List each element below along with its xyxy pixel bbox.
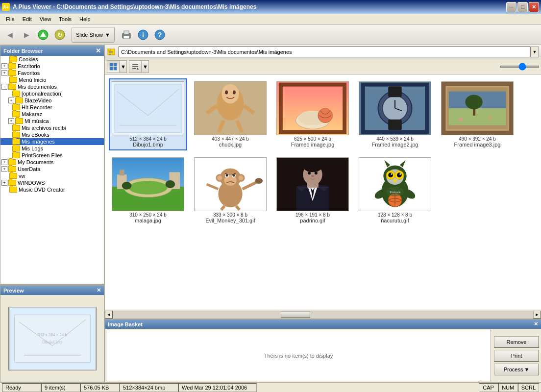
minimize-button[interactable]: ─	[506, 2, 516, 12]
svg-point-39	[221, 84, 239, 103]
help-button[interactable]: ?	[152, 27, 168, 43]
basket-close[interactable]: ✕	[534, 321, 538, 327]
svg-point-100	[303, 161, 322, 172]
info-button[interactable]: i	[135, 27, 151, 43]
preview-panel: Preview ✕ 512 x 384 × 24 b Dibujo1.bmp	[0, 284, 104, 382]
tree-item-mis-ebooks[interactable]: Mis eBooks	[0, 131, 104, 138]
maximize-button[interactable]: □	[517, 2, 528, 12]
hscroll-left-button[interactable]: ◄	[105, 311, 113, 318]
expander-icon[interactable]: +	[1, 166, 7, 172]
slideshow-button[interactable]: Slide Show ▼	[72, 27, 115, 43]
tree-item-optionalreaction[interactable]: [optionalreaction]	[0, 90, 104, 97]
tree-item-blazevideo[interactable]: + BlazeVideo	[0, 97, 104, 104]
folder-icon	[12, 146, 20, 151]
hscroll-right-button[interactable]: ►	[533, 311, 541, 318]
image-name: padrino.gif	[300, 218, 325, 223]
tree-item-mis-imagenes[interactable]: Mis imágenes	[0, 138, 104, 145]
address-input[interactable]	[119, 47, 530, 57]
folder-icon	[12, 111, 20, 117]
image-cell-framed-image2[interactable]: 440 × 539 × 24 b Framed image2.jpg	[356, 78, 434, 150]
tree-item-hit-recorder[interactable]: Hit-Recorder	[0, 104, 104, 111]
image-thumbnail	[359, 81, 431, 135]
preview-close[interactable]: ✕	[97, 287, 101, 294]
svg-point-76	[122, 182, 132, 190]
svg-text:?: ?	[158, 31, 162, 39]
thumbnail-view-button[interactable]	[107, 61, 120, 73]
expander-icon[interactable]: +	[8, 98, 14, 103]
sort-button[interactable]	[129, 61, 142, 73]
tree-item-mis-archivos-recibidos[interactable]: Mis archivos recibi	[0, 124, 104, 131]
image-thumbnail	[276, 81, 349, 135]
svg-rect-26	[110, 67, 113, 70]
tree-item-menu-inicio[interactable]: Menú Inicio	[0, 76, 104, 83]
image-cell-fiacurutu[interactable]: Unicaja 128 × 128 × 8 b ñacurutu.gif	[356, 154, 434, 226]
print-button[interactable]: Print	[494, 350, 539, 362]
svg-point-101	[308, 172, 311, 174]
preview-header: Preview ✕	[0, 286, 104, 295]
image-cell-dibujo1[interactable]: 512 × 384 × 24 b Dibujo1.bmp	[109, 78, 187, 150]
hscroll-thumb[interactable]	[281, 311, 310, 318]
tree-item-userdata[interactable]: + UserData	[0, 166, 104, 172]
forward-button[interactable]: ▶	[19, 27, 34, 43]
expander-icon[interactable]: +	[1, 180, 7, 186]
expander-icon[interactable]: +	[8, 118, 14, 124]
menu-help[interactable]: Help	[75, 15, 95, 23]
folder-browser-close[interactable]: ✕	[96, 47, 101, 54]
tree-item-mis-documentos[interactable]: - Mis documentos	[0, 83, 104, 90]
expander-icon[interactable]: +	[1, 63, 7, 69]
refresh-button[interactable]: ↻	[52, 27, 68, 43]
tree-item-favoritos[interactable]: + Favoritos	[0, 70, 104, 76]
svg-rect-24	[110, 63, 113, 66]
image-info: 625 × 500 × 24 b	[294, 136, 331, 142]
window-title: A Plus Viewer - C:\Documents and Setting…	[13, 3, 506, 10]
back-button[interactable]: ◀	[2, 27, 18, 43]
tree-item-makaraz[interactable]: Makaraz	[0, 111, 104, 118]
tree-item-printscreen-files[interactable]: PrintScreen Files	[0, 152, 104, 159]
image-cell-padrino[interactable]: 196 × 191 × 8 b padrino.gif	[273, 154, 352, 226]
tree-item-music-dvd-creator[interactable]: Music DVD Creator	[0, 186, 104, 193]
address-dropdown[interactable]: ▼	[530, 47, 539, 57]
svg-point-68	[489, 117, 492, 120]
image-thumbnail	[194, 81, 267, 135]
menu-file[interactable]: File	[2, 15, 19, 23]
image-cell-framed-image3[interactable]: 490 × 392 × 24 b Framed image3.jpg	[438, 78, 516, 150]
image-thumbnail	[194, 157, 267, 211]
image-grid[interactable]: 512 × 384 × 24 b Dibujo1.bmp	[105, 74, 541, 310]
image-thumbnail: Unicaja	[359, 157, 431, 211]
tree-item-mis-logs[interactable]: Mis Logs	[0, 145, 104, 152]
expander-icon[interactable]: -	[1, 84, 7, 90]
remove-button[interactable]: Remove	[494, 336, 539, 348]
expander-icon[interactable]: +	[1, 159, 7, 165]
menu-tools[interactable]: Tools	[55, 15, 75, 23]
image-cell-evil-monkey[interactable]: 333 × 300 × 8 b Evil_Monkey_301.gif	[191, 154, 270, 226]
sort-dropdown-button[interactable]: ▼	[142, 61, 148, 73]
menu-view[interactable]: View	[36, 15, 55, 23]
print-button[interactable]	[119, 27, 134, 43]
tree-item-my-documents[interactable]: + My Documents	[0, 159, 104, 166]
expander-icon[interactable]: +	[1, 70, 7, 76]
svg-point-72	[129, 181, 168, 195]
image-cell-framed-image[interactable]: 625 × 500 × 24 b Framed image.jpg	[273, 78, 352, 150]
close-button[interactable]: ✕	[529, 2, 539, 12]
svg-rect-27	[114, 67, 117, 70]
folder-icon	[15, 118, 23, 124]
tree-item-escritorio[interactable]: + Escritorio	[0, 63, 104, 70]
image-cell-malaga[interactable]: 310 × 250 × 24 b malaga.jpg	[109, 154, 187, 226]
image-name: chuck.jpg	[219, 142, 242, 147]
view-dropdown-button[interactable]: ▼	[120, 61, 126, 73]
zoom-slider[interactable]	[500, 66, 539, 68]
tree-item-vw[interactable]: vw	[0, 172, 104, 179]
process-button[interactable]: Process ▼	[494, 364, 539, 375]
svg-point-102	[315, 172, 318, 174]
up-button[interactable]	[35, 27, 51, 43]
image-cell-chuck[interactable]: 403 × 447 × 24 b chuck.jpg	[191, 78, 270, 150]
tree-item-cookies[interactable]: Cookies	[0, 56, 104, 63]
svg-point-41	[233, 91, 236, 95]
folder-tree[interactable]: Cookies + Escritorio + Favoritos Menú In…	[0, 56, 104, 284]
tree-item-windows[interactable]: + WINDOWS	[0, 179, 104, 186]
svg-rect-5	[124, 31, 129, 34]
menu-edit[interactable]: Edit	[19, 15, 36, 23]
main-layout: Folder Browser ✕ Cookies + Escritorio +	[0, 45, 541, 382]
tree-item-mi-musica[interactable]: + Mi música	[0, 118, 104, 124]
folder-icon	[8, 63, 16, 69]
